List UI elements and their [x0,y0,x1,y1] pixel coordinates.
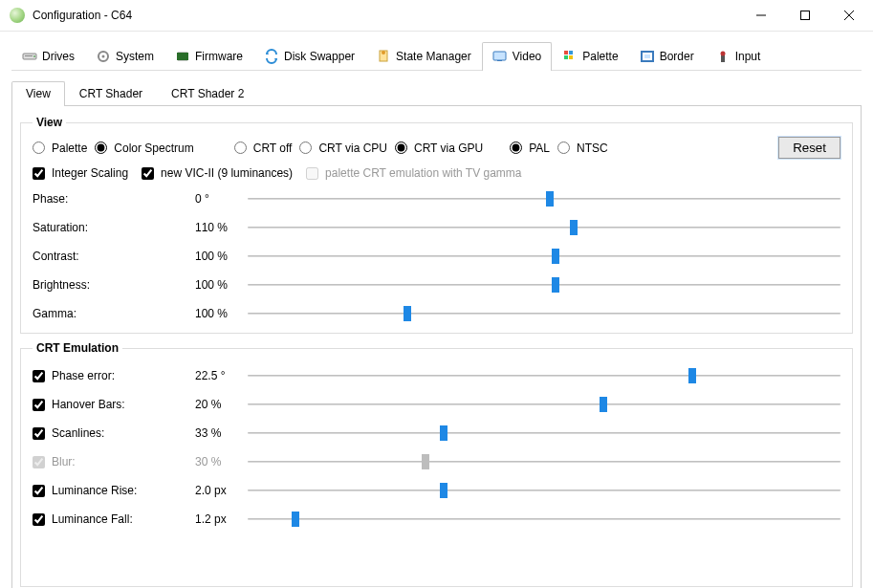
tab-disk-swapper[interactable]: Disk Swapper [253,42,365,71]
check-integer-scaling-label: Integer Scaling [52,166,128,180]
slider-scanlines-label: Scanlines: [52,426,104,440]
slider-phase-error[interactable] [248,369,840,382]
palette-icon [562,49,578,64]
slider-luminance-rise-label: Luminance Rise: [52,484,137,497]
slider-saturation[interactable] [248,221,840,234]
crt-legend: CRT Emulation [33,341,122,355]
radio-palette[interactable]: Palette [33,142,87,155]
radio-crt-gpu-label: CRT via GPU [414,142,483,155]
radio-crt-cpu-label: CRT via CPU [318,142,387,155]
check-luminance-rise[interactable]: Luminance Rise: [33,484,137,497]
view-legend: View [33,116,66,129]
slider-luminance-rise-value: 2.0 px [195,484,248,497]
check-blur: Blur: [33,455,76,468]
slider-scanlines-row: Scanlines: 33 % [33,424,840,443]
view-row-2: Integer Scaling new VIC-II (9 luminances… [33,166,840,180]
subtab-crt-shader-2[interactable]: CRT Shader 2 [157,81,258,106]
slider-gamma[interactable] [248,307,840,320]
subtab-view[interactable]: View [11,81,65,106]
titlebar: Configuration - C64 [0,0,873,31]
system-icon [96,49,111,64]
tab-palette[interactable]: Palette [552,42,628,71]
client-area: Drives System Firmware Disk Swapper Stat… [0,31,873,588]
tab-drives[interactable]: Drives [11,42,85,71]
tab-border[interactable]: Border [629,42,705,71]
slider-contrast[interactable] [248,250,840,263]
config-tabs: Drives System Firmware Disk Swapper Stat… [11,41,862,71]
minimize-button[interactable] [739,1,783,30]
slider-saturation-row: Saturation: 110 % [33,218,840,237]
tab-drives-label: Drives [42,50,75,63]
radio-crt-gpu[interactable]: CRT via GPU [395,142,483,155]
radio-ntsc[interactable]: NTSC [557,142,608,155]
tab-firmware-label: Firmware [195,50,243,63]
slider-blur [248,455,840,468]
slider-phase-error-value: 22.5 ° [195,369,248,382]
tab-input-label: Input [735,50,761,63]
reset-button[interactable]: Reset [778,137,840,159]
close-button[interactable] [827,1,871,30]
radio-pal[interactable]: PAL [510,142,550,155]
radio-crt-cpu[interactable]: CRT via CPU [299,142,387,155]
maximize-button[interactable] [783,1,827,30]
view-fieldset: View Palette Color Spectrum CRT off CRT … [20,116,853,334]
svg-point-23 [382,51,385,54]
slider-gamma-value: 100 % [195,307,248,320]
check-integer-scaling[interactable]: Integer Scaling [33,166,128,180]
slider-brightness-value: 100 % [195,278,248,292]
subtab-view-label: View [26,87,51,100]
disk-swapper-icon [264,49,279,64]
slider-luminance-fall[interactable] [248,512,840,526]
svg-rect-32 [721,55,725,62]
tab-state-manager[interactable]: State Manager [365,42,482,71]
radio-color-spectrum[interactable]: Color Spectrum [95,142,193,155]
tab-system-label: System [116,50,154,63]
svg-point-33 [720,52,725,56]
svg-rect-25 [497,60,502,61]
tab-firmware[interactable]: Firmware [164,42,253,71]
window-title: Configuration - C64 [33,9,739,22]
check-phase-error[interactable]: Phase error: [33,369,115,382]
slider-blur-label: Blur: [52,455,76,468]
radio-palette-label: Palette [52,142,87,155]
slider-luminance-fall-value: 1.2 px [195,512,248,526]
check-new-vic[interactable]: new VIC-II (9 luminances) [142,166,293,180]
tab-border-label: Border [660,50,694,63]
slider-luminance-rise-row: Luminance Rise: 2.0 px [33,481,840,500]
check-hanover-bars[interactable]: Hanover Bars: [33,398,125,411]
tab-state-manager-label: State Manager [396,50,471,63]
check-palette-crt-gamma-label: palette CRT emulation with TV gamma [325,166,521,180]
app-icon [10,8,25,23]
input-icon [715,49,731,64]
slider-saturation-label: Saturation: [33,221,88,234]
slider-brightness-row: Brightness: 100 % [33,275,840,294]
slider-contrast-row: Contrast: 100 % [33,247,840,266]
tab-system[interactable]: System [85,42,164,71]
radio-crt-off-label: CRT off [253,142,293,155]
slider-phase-error-row: Phase error: 22.5 ° [33,366,840,385]
slider-hanover-bars-label: Hanover Bars: [52,398,125,411]
subtab-crt-shader[interactable]: CRT Shader [65,81,157,106]
slider-phase[interactable] [248,192,840,206]
svg-rect-29 [569,55,573,59]
slider-phase-value: 0 ° [195,192,248,206]
slider-hanover-bars-value: 20 % [195,398,248,411]
svg-point-8 [102,55,105,58]
slider-luminance-rise[interactable] [248,484,840,497]
subtab-crt-shader-label: CRT Shader [79,87,142,100]
tab-input[interactable]: Input [705,42,772,71]
slider-scanlines[interactable] [248,426,840,440]
slider-brightness-label: Brightness: [33,278,90,292]
slider-luminance-fall-label: Luminance Fall: [52,512,133,526]
check-scanlines[interactable]: Scanlines: [33,426,104,440]
slider-brightness[interactable] [248,278,840,292]
svg-rect-24 [493,52,506,60]
check-new-vic-label: new VIC-II (9 luminances) [161,166,293,180]
video-icon [492,49,508,64]
radio-pal-label: PAL [529,142,550,155]
slider-saturation-value: 110 % [195,221,248,234]
slider-hanover-bars[interactable] [248,398,840,411]
radio-crt-off[interactable]: CRT off [234,142,293,155]
check-luminance-fall[interactable]: Luminance Fall: [33,512,133,526]
tab-video[interactable]: Video [482,42,552,71]
